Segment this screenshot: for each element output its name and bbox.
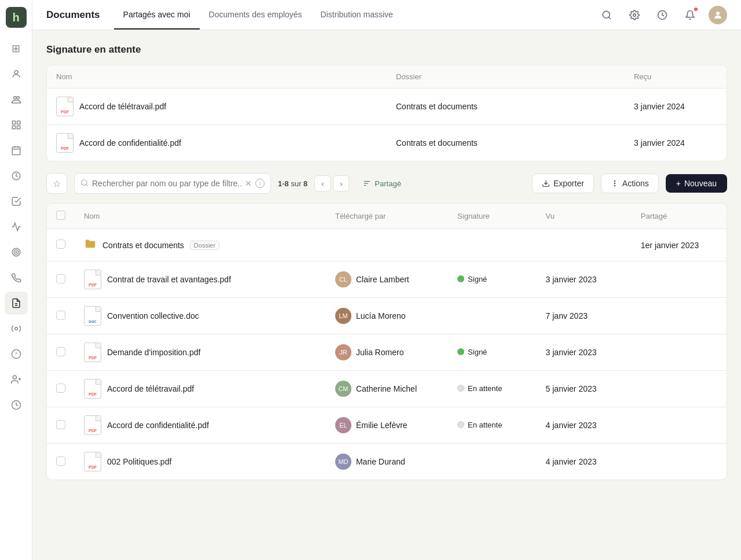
notifications-button[interactable] bbox=[681, 6, 699, 24]
table-row[interactable]: DOC Convention collective.doc LM Lucía M… bbox=[47, 298, 727, 334]
user-avatar: CM bbox=[335, 381, 351, 397]
svg-point-30 bbox=[82, 179, 87, 185]
export-button[interactable]: Exporter bbox=[532, 174, 594, 193]
sort-button[interactable]: Partagé bbox=[356, 176, 408, 191]
svg-point-37 bbox=[614, 183, 615, 183]
sidebar-icon-document[interactable] bbox=[5, 292, 28, 315]
next-page-button[interactable]: › bbox=[333, 175, 349, 191]
app-logo[interactable]: h bbox=[6, 7, 27, 28]
table-row[interactable]: PDF Demande d'imposition.pdf JR Julia Ro… bbox=[47, 334, 727, 371]
row-checkbox[interactable] bbox=[56, 456, 65, 466]
sidebar: h ⊞ bbox=[0, 0, 32, 560]
row-checkbox[interactable] bbox=[56, 384, 65, 393]
pdf-icon: PDF bbox=[84, 379, 101, 399]
tab-distribution[interactable]: Distribution massive bbox=[311, 1, 402, 30]
search-bar: ✕ i bbox=[74, 173, 271, 194]
row-checkbox[interactable] bbox=[56, 240, 65, 249]
table-row[interactable]: PDF Accord de télétravail.pdf Contrats e… bbox=[47, 89, 727, 125]
info-icon[interactable]: i bbox=[255, 179, 265, 188]
sidebar-icon-tool[interactable] bbox=[5, 317, 28, 340]
pdf-icon: PDF bbox=[84, 270, 101, 289]
settings-button[interactable] bbox=[625, 6, 644, 24]
pagination-info: 1-8 sur 8 bbox=[278, 179, 307, 188]
table-row[interactable]: PDF Accord de confidentialité.pdf Contra… bbox=[47, 125, 727, 161]
svg-point-29 bbox=[716, 12, 720, 15]
sidebar-icon-history[interactable] bbox=[5, 164, 28, 187]
sidebar-icon-people[interactable] bbox=[5, 88, 28, 111]
toolbar: ☆ ✕ i 1-8 sur 8 ‹ › Partagé bbox=[46, 173, 727, 194]
signature-badge: En attente bbox=[457, 421, 502, 429]
folder-icon bbox=[84, 237, 97, 253]
svg-point-27 bbox=[633, 13, 636, 16]
sidebar-icon-contact[interactable] bbox=[5, 266, 28, 289]
prev-page-button[interactable]: ‹ bbox=[314, 175, 331, 191]
file-name: Demande d'imposition.pdf bbox=[107, 348, 200, 357]
signature-badge: Signé bbox=[457, 348, 487, 356]
svg-rect-7 bbox=[12, 147, 20, 155]
sidebar-icon-check[interactable] bbox=[5, 190, 28, 213]
sidebar-icon-clock[interactable] bbox=[5, 393, 28, 417]
dossier-badge: Dossier bbox=[190, 241, 219, 250]
user-avatar[interactable] bbox=[709, 6, 727, 24]
svg-point-36 bbox=[614, 180, 615, 181]
vu-cell: 5 janvier 2023 bbox=[537, 371, 632, 407]
vu-cell: 3 janvier 2023 bbox=[537, 334, 632, 371]
tab-employes[interactable]: Documents des employés bbox=[200, 1, 311, 30]
main-table: Nom Téléchargé par Signature Vu Partagé bbox=[46, 203, 727, 480]
sidebar-icon-graph[interactable] bbox=[5, 215, 28, 238]
row-checkbox[interactable] bbox=[56, 420, 65, 429]
main-area: Documents Partagés avec moi Documents de… bbox=[32, 0, 741, 560]
svg-point-21 bbox=[13, 375, 16, 379]
sidebar-icon-calendar[interactable] bbox=[5, 139, 28, 162]
tab-partages[interactable]: Partagés avec moi bbox=[114, 1, 200, 30]
sidebar-icon-user-add[interactable] bbox=[5, 368, 28, 391]
folder-cell: Contrats et documents Dossier bbox=[84, 237, 317, 253]
sidebar-icon-chart[interactable] bbox=[5, 113, 28, 137]
signature-dot bbox=[457, 421, 464, 428]
table-row[interactable]: PDF Contrat de travail et avantages.pdf … bbox=[47, 261, 727, 298]
vu-cell: 4 janvier 2023 bbox=[537, 444, 632, 480]
svg-point-14 bbox=[16, 252, 17, 253]
dossier-cell: Contrats et documents bbox=[387, 125, 625, 161]
svg-rect-5 bbox=[12, 126, 15, 129]
table-row[interactable]: Contrats et documents Dossier 1er janvie… bbox=[47, 229, 727, 261]
table-row[interactable]: PDF Accord de confidentialité.pdf EL Émi… bbox=[47, 407, 727, 444]
star-button[interactable]: ☆ bbox=[46, 173, 67, 194]
history-button[interactable] bbox=[653, 6, 672, 24]
pdf-icon: PDF bbox=[84, 415, 101, 435]
actions-button[interactable]: Actions bbox=[601, 174, 659, 193]
row-checkbox[interactable] bbox=[56, 311, 65, 320]
svg-point-1 bbox=[13, 97, 16, 100]
nav-tabs: Partagés avec moi Documents des employés… bbox=[114, 1, 584, 30]
file-cell: PDF Accord de télétravail.pdf bbox=[56, 97, 377, 116]
signature-badge: Signé bbox=[457, 275, 487, 283]
sidebar-icon-home[interactable]: ⊞ bbox=[5, 37, 28, 60]
pagination-buttons: ‹ › bbox=[314, 175, 349, 191]
vu-cell bbox=[537, 229, 632, 261]
clear-search-icon[interactable]: ✕ bbox=[245, 179, 252, 188]
page-title: Documents bbox=[46, 9, 100, 21]
select-all-checkbox[interactable] bbox=[56, 211, 65, 220]
partage-cell bbox=[632, 371, 727, 407]
table-row[interactable]: PDF 002 Politiques.pdf MD Marie Durand 4… bbox=[47, 444, 727, 480]
signature-cell bbox=[448, 229, 536, 261]
sidebar-icon-target[interactable] bbox=[5, 241, 28, 264]
top-navigation: Documents Partagés avec moi Documents de… bbox=[32, 0, 741, 30]
sidebar-icon-alert[interactable] bbox=[5, 342, 28, 366]
user-cell: EL Émilie Lefèvre bbox=[335, 417, 439, 433]
user-cell: MD Marie Durand bbox=[335, 454, 439, 470]
table-row[interactable]: PDF Accord de télétravail.pdf CM Catheri… bbox=[47, 371, 727, 407]
search-button[interactable] bbox=[597, 6, 616, 24]
row-checkbox[interactable] bbox=[56, 274, 65, 283]
main-content: Signature en attente Nom Dossier Reçu PD… bbox=[32, 30, 741, 560]
col-recu: Reçu bbox=[625, 65, 727, 89]
file-name: Accord de confidentialité.pdf bbox=[79, 138, 181, 148]
col-dossier: Dossier bbox=[387, 65, 625, 89]
sidebar-icon-person[interactable] bbox=[5, 62, 28, 86]
row-checkbox[interactable] bbox=[56, 347, 65, 356]
svg-rect-4 bbox=[17, 121, 20, 124]
new-button[interactable]: + Nouveau bbox=[666, 174, 727, 193]
search-input[interactable] bbox=[92, 179, 241, 188]
row-checkbox-cell bbox=[47, 444, 75, 480]
signature-status: Signé bbox=[468, 348, 487, 356]
